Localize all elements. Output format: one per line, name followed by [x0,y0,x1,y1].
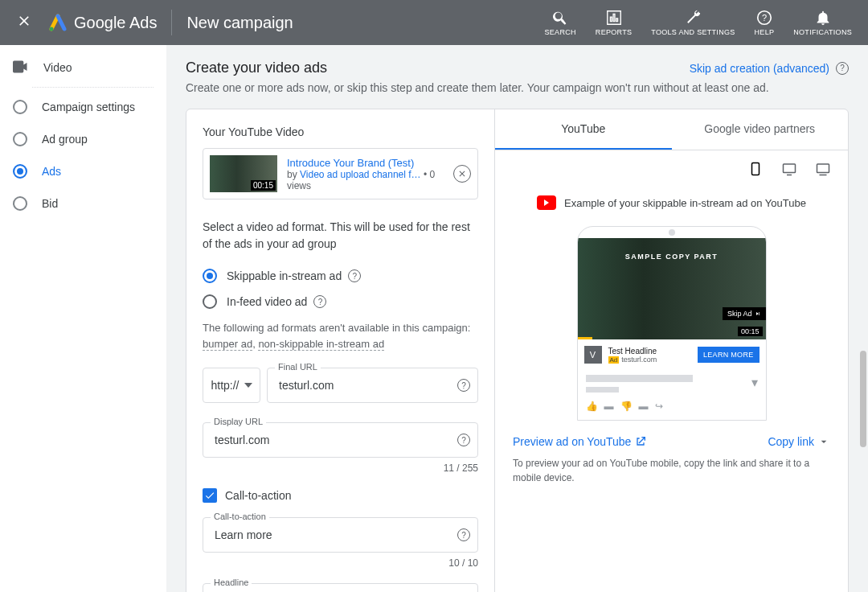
preview-tabs: YouTube Google video partners [495,109,848,150]
svg-rect-5 [817,164,829,173]
copy-link-button[interactable]: Copy link [768,435,830,448]
preview-action-bar: V Test Headline Adtesturl.com LEARN MORE [578,339,766,370]
help-icon[interactable]: ? [457,528,470,541]
preview-meta: ▾ 👍▬ 👎▬ ↪ [578,370,766,420]
cta-checkbox-row[interactable]: Call-to-action [203,488,478,503]
display-url-label: Display URL [211,417,266,426]
preview-note: To preview your ad on YouTube mobile, co… [495,453,848,500]
notifications-tool[interactable]: NOTIFICATIONS [784,9,862,36]
display-url-input[interactable] [203,422,478,458]
help-icon: ? [755,9,773,27]
step-dot-icon [13,100,27,114]
format-prompt: Select a video ad format. This will be u… [203,219,478,253]
preview-panel: YouTube Google video partners Example of… [495,109,848,592]
help-icon[interactable]: ? [348,269,361,282]
phone-notch [578,227,766,238]
help-icon[interactable]: ? [836,62,849,75]
thumbs-down-icon: 👎 [620,401,633,412]
svg-text:?: ? [762,13,767,23]
checkbox-icon [203,488,217,503]
check-icon [204,490,215,501]
help-icon[interactable]: ? [457,434,470,446]
page-subheading: Create one or more ads now, or skip this… [186,81,849,94]
tab-partners[interactable]: Google video partners [672,109,849,150]
unavailable-formats-note: The following ad formats aren't availabl… [203,320,478,352]
preview-duration: 00:15 [738,327,763,336]
svg-rect-3 [752,163,760,175]
chevron-down-icon [817,435,830,448]
preview-headline: Test Headline [608,347,691,356]
sidebar-item-campaign-settings[interactable]: Campaign settings [0,91,166,123]
sidebar-item-video[interactable]: Video [0,51,166,84]
scroll-thumb[interactable] [860,351,866,447]
preview-avatar: V [584,346,602,364]
video-title-link[interactable]: Introduce Your Brand (Test) [287,157,444,169]
reports-tool[interactable]: REPORTS [586,9,641,36]
ad-builder-card: Your YouTube Video 00:15 Introduce Your … [186,109,849,592]
youtube-icon [537,195,556,210]
page-heading: Create your video ads [186,60,327,76]
preview-video: SAMPLE COPY PART Skip Ad 00:15 [578,238,766,339]
close-button[interactable] [6,3,42,42]
svg-point-0 [50,27,54,31]
sidebar-label: Ad group [42,133,88,146]
radio-icon [203,294,217,309]
chevron-down-icon: ▾ [751,375,758,390]
mobile-icon [747,162,764,176]
help-tool[interactable]: ? HELP [745,9,784,36]
video-section-label: Your YouTube Video [203,125,478,138]
video-thumbnail: 00:15 [210,155,277,192]
example-label: Example of your skippable in-stream ad o… [495,176,848,220]
step-dot-icon [13,132,27,146]
sidebar-item-ad-group[interactable]: Ad group [0,123,166,155]
tab-youtube[interactable]: YouTube [495,109,672,150]
video-icon [13,60,29,76]
radio-icon [203,269,217,283]
preview-progress [578,337,593,339]
phone-preview: SAMPLE COPY PART Skip Ad 00:15 V Test He… [577,226,767,421]
help-icon[interactable]: ? [313,295,326,308]
google-ads-icon [48,13,68,32]
channel-link[interactable]: Video ad upload channel f… [300,169,421,180]
radio-skippable[interactable]: Skippable in-stream ad ? [203,269,478,283]
search-tool[interactable]: SEARCH [535,9,586,36]
cta-input[interactable] [203,517,478,553]
cta-counter: 10 / 10 [203,557,478,569]
preview-cta-button: LEARN MORE [698,347,760,363]
preview-on-youtube-link[interactable]: Preview ad on YouTube [513,435,647,448]
share-icon: ↪ [655,401,663,412]
sidebar-item-bid[interactable]: Bid [0,187,166,220]
desktop-icon [780,162,798,176]
preview-sample-copy: SAMPLE COPY PART [625,253,719,261]
brand-logo: Google Ads [48,13,157,32]
video-byline: by Video ad upload channel f… • 0 views [287,169,444,191]
tools-settings-tool[interactable]: TOOLS AND SETTINGS [641,9,744,36]
device-mobile[interactable] [747,162,764,176]
page-title: New campaign [186,14,293,32]
search-icon [551,9,569,27]
step-dot-icon [13,164,27,179]
bell-icon [814,9,832,27]
headline-label: Headline [211,578,252,587]
thumbs-up-icon: 👍 [586,401,598,412]
sidebar-item-ads[interactable]: Ads [0,155,166,187]
remove-video-button[interactable] [453,165,471,183]
preview-url: Adtesturl.com [608,356,691,364]
selected-video-chip: 00:15 Introduce Your Brand (Test) by Vid… [203,148,478,199]
scrollbar[interactable] [858,45,868,592]
external-link-icon [634,435,647,448]
ad-form-panel: Your YouTube Video 00:15 Introduce Your … [186,109,495,592]
final-url-input[interactable] [267,368,478,403]
skip-ad-creation-link[interactable]: Skip ad creation (advanced) [690,62,829,75]
sidebar-label: Bid [42,197,58,210]
device-tv[interactable] [814,162,832,176]
radio-infeed[interactable]: In-feed video ad ? [203,294,478,309]
device-desktop[interactable] [780,162,798,176]
protocol-dropdown[interactable]: http:// [203,368,260,403]
sidebar-label: Video [43,61,72,74]
help-icon[interactable]: ? [457,379,470,392]
header-separator [171,10,172,35]
svg-rect-4 [784,164,796,173]
video-duration: 00:15 [251,180,276,191]
sidebar-label: Campaign settings [42,101,135,113]
